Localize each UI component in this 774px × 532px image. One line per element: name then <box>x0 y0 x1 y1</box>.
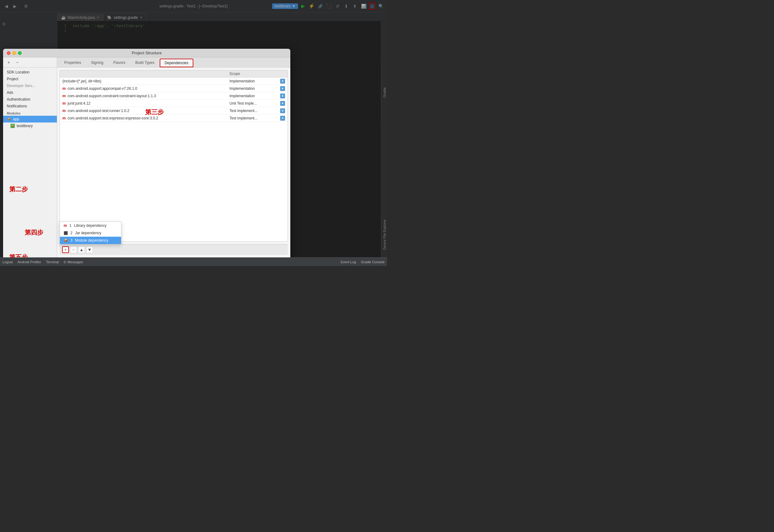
bottom-event-log[interactable]: Event Log <box>341 260 356 264</box>
dlg-item-project[interactable]: Project <box>3 76 57 82</box>
dropdown-arrow-icon: ▼ <box>281 87 284 90</box>
scope-dropdown-3[interactable]: ▼ <box>280 101 285 106</box>
step2-annotation: 第二步 <box>9 185 28 193</box>
table-row[interactable]: m com.android.support.test:runner:1.0.2 … <box>60 107 288 114</box>
dep-text-4: com.android.support.test:runner:1.0.2 <box>68 109 129 113</box>
scope-dropdown-0[interactable]: ▼ <box>280 79 285 84</box>
remove-module-btn[interactable]: − <box>14 59 20 65</box>
dep-text-1: com.android.support:appcompat-v7:26.1.0 <box>68 86 137 91</box>
scope-cell-0[interactable]: Implementation ▼ <box>230 79 285 84</box>
scope-dropdown-5[interactable]: ▼ <box>280 116 285 121</box>
dep-text-2: com.android.support.constraint:constrain… <box>68 94 156 98</box>
move-down-dep-btn[interactable]: ▼ <box>86 246 93 253</box>
dep-text-5: com.android.support.test.espresso:espres… <box>68 116 158 120</box>
add-module-btn[interactable]: + <box>6 59 12 65</box>
dropdown-arrow-icon: ▼ <box>281 117 284 120</box>
dropdown-arrow-icon: ▼ <box>281 94 284 98</box>
deps-table-container: Scope {include=[*.jar], dir=libs} Implem… <box>60 70 288 242</box>
bottom-gradle-console[interactable]: Gradle Console <box>361 260 385 264</box>
dialog-tabs: Properties Signing Flavors Build Types D… <box>57 57 290 68</box>
bottom-terminal[interactable]: Terminal <box>46 260 59 264</box>
testlibrary-module-icon: 📦 <box>10 124 15 128</box>
close-button[interactable] <box>7 51 10 55</box>
dropdown-item-2-num: 2 <box>70 231 73 235</box>
table-row[interactable]: {include=[*.jar], dir=libs} Implementati… <box>60 77 288 85</box>
dropdown-item-1-num: 1 <box>69 223 72 228</box>
dropdown-module-dep[interactable]: 📦 3 Module dependency <box>60 237 121 244</box>
deps-table-header: Scope <box>60 70 288 77</box>
scope-dropdown-4[interactable]: ▼ <box>280 108 285 113</box>
dropdown-item-1-label: Library dependency <box>74 223 106 228</box>
bottom-logcat[interactable]: Logcat <box>2 260 13 264</box>
dep-cell-3: m junit:junit:4.12 <box>62 101 230 106</box>
bottom-profiler[interactable]: Android Profiler <box>18 260 41 264</box>
scope-cell-2[interactable]: Implementation ▼ <box>230 94 285 98</box>
dep-text-0: {include=[*.jar], dir=libs} <box>62 79 101 83</box>
bottom-right: Event Log Gradle Console <box>341 260 385 264</box>
add-dep-btn[interactable]: + <box>62 246 69 253</box>
dlg-item-sdk-location[interactable]: SDK Location <box>3 69 57 76</box>
tab-signing[interactable]: Signing <box>86 59 108 67</box>
deps-bottom-section: m 1 Library dependency ⬛ 2 Jar dependenc… <box>60 244 288 255</box>
maximize-button[interactable] <box>18 51 22 55</box>
jar-dep-icon: ⬛ <box>64 231 68 235</box>
traffic-lights <box>7 51 22 55</box>
dropdown-arrow-icon: ▼ <box>281 102 284 105</box>
deps-toolbar: + − ▲ ▼ <box>60 244 288 255</box>
scope-cell-1[interactable]: Implementation ▼ <box>230 86 285 91</box>
scope-text-3: Unit Test imple... <box>230 101 257 106</box>
scope-text-4: Test implement... <box>230 109 258 113</box>
minimize-button[interactable] <box>12 51 16 55</box>
dropdown-item-3-label: Module dependency <box>75 238 108 243</box>
tab-flavors[interactable]: Flavors <box>109 59 130 67</box>
dlg-item-authentication[interactable]: Authentication <box>3 96 57 103</box>
dep-text-3: junit:junit:4.12 <box>68 101 90 106</box>
table-row[interactable]: m junit:junit:4.12 Unit Test imple... ▼ <box>60 100 288 107</box>
scope-cell-5[interactable]: Test implement... ▼ <box>230 116 285 121</box>
move-up-dep-btn[interactable]: ▲ <box>78 246 85 253</box>
dlg-section-modules: Modules <box>3 110 57 116</box>
m-icon-4: m <box>62 109 66 113</box>
m-icon-3: m <box>62 101 66 106</box>
tab-dependencies[interactable]: Dependencies <box>160 59 193 67</box>
add-dependency-dropdown: m 1 Library dependency ⬛ 2 Jar dependenc… <box>60 222 121 244</box>
bottom-messages[interactable]: 0: Messages <box>64 260 83 264</box>
dlg-item-ads[interactable]: Ads <box>3 89 57 96</box>
dropdown-item-2-label: Jar dependency <box>75 231 101 235</box>
dialog-body: + − SDK Location Project Developer Serv.… <box>3 57 290 266</box>
table-row[interactable]: m com.android.support.test.espresso:espr… <box>60 114 288 122</box>
scope-cell-3[interactable]: Unit Test imple... ▼ <box>230 101 285 106</box>
dlg-item-developer-serv[interactable]: Developer Serv... <box>3 82 57 89</box>
tab-build-types[interactable]: Build Types <box>131 59 159 67</box>
dep-cell-5: m com.android.support.test.espresso:espr… <box>62 116 230 120</box>
m-icon-2: m <box>62 94 66 98</box>
dropdown-item-3-num: 3 <box>70 238 73 243</box>
dropdown-arrow-icon: ▼ <box>281 80 284 83</box>
dropdown-arrow-icon: ▼ <box>281 109 284 112</box>
dlg-item-testlibrary[interactable]: 📦 testlibrary <box>3 123 57 129</box>
dep-cell-1: m com.android.support:appcompat-v7:26.1.… <box>62 86 230 91</box>
scope-text-1: Implementation <box>230 86 255 91</box>
remove-dep-btn[interactable]: − <box>70 246 77 253</box>
dropdown-jar-dep[interactable]: ⬛ 2 Jar dependency <box>60 229 121 237</box>
table-row[interactable]: m com.android.support:appcompat-v7:26.1.… <box>60 85 288 92</box>
scope-dropdown-1[interactable]: ▼ <box>280 86 285 91</box>
dep-cell-2: m com.android.support.constraint:constra… <box>62 94 230 98</box>
dialog-titlebar: Project Structure <box>3 49 290 57</box>
m-icon-5: m <box>62 116 66 120</box>
dialog-right-panel: Properties Signing Flavors Build Types D… <box>57 57 290 266</box>
col-dependency <box>62 72 230 76</box>
dlg-item-app[interactable]: 📦 app <box>3 116 57 123</box>
scope-text-2: Implementation <box>230 94 255 98</box>
project-structure-dialog: Project Structure + − SDK Location Proje… <box>3 49 290 266</box>
scope-dropdown-2[interactable]: ▼ <box>280 94 285 98</box>
dropdown-library-dep[interactable]: m 1 Library dependency <box>60 222 121 229</box>
dlg-item-notifications[interactable]: Notifications <box>3 103 57 110</box>
table-row[interactable]: m com.android.support.constraint:constra… <box>60 92 288 100</box>
bottom-bar: Logcat Android Profiler Terminal 0: Mess… <box>0 257 387 266</box>
app-module-icon: 📦 <box>7 117 11 121</box>
col-scope: Scope <box>230 72 285 76</box>
library-dep-icon: m <box>64 223 67 228</box>
tab-properties[interactable]: Properties <box>60 59 86 67</box>
scope-cell-4[interactable]: Test implement... ▼ <box>230 108 285 113</box>
